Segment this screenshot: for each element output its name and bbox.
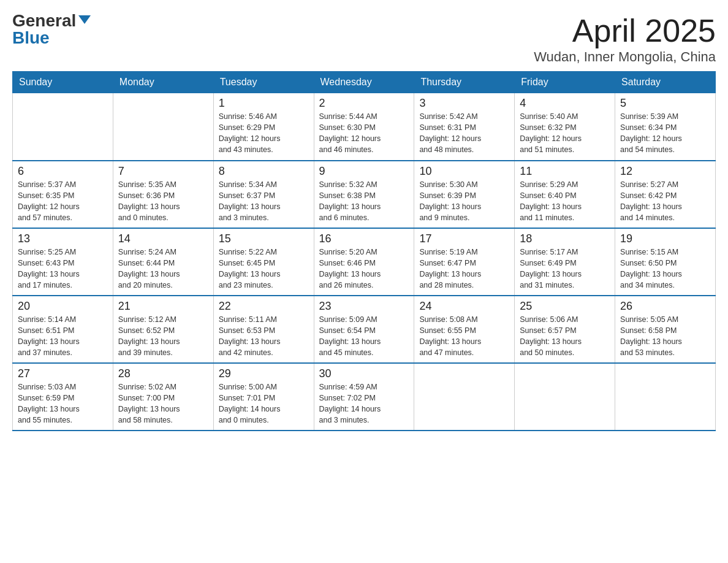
day-number: 21 (118, 300, 208, 313)
calendar-cell: 17Sunrise: 5:19 AM Sunset: 6:47 PM Dayli… (414, 228, 515, 296)
calendar-cell: 20Sunrise: 5:14 AM Sunset: 6:51 PM Dayli… (13, 296, 113, 363)
calendar-week-5: 27Sunrise: 5:03 AM Sunset: 6:59 PM Dayli… (13, 363, 716, 431)
day-info: Sunrise: 5:09 AM Sunset: 6:54 PM Dayligh… (319, 314, 409, 359)
day-number: 16 (319, 232, 409, 245)
calendar-cell: 25Sunrise: 5:06 AM Sunset: 6:57 PM Dayli… (515, 296, 615, 363)
day-number: 22 (219, 300, 309, 313)
logo-general-text: General (12, 12, 76, 29)
day-number: 9 (319, 165, 409, 178)
calendar-week-3: 13Sunrise: 5:25 AM Sunset: 6:43 PM Dayli… (13, 228, 716, 296)
day-number: 1 (219, 97, 309, 110)
day-info: Sunrise: 5:11 AM Sunset: 6:53 PM Dayligh… (219, 314, 309, 359)
weekday-header-row: SundayMondayTuesdayWednesdayThursdayFrid… (13, 72, 716, 93)
day-info: Sunrise: 5:12 AM Sunset: 6:52 PM Dayligh… (118, 314, 208, 359)
calendar-cell (615, 363, 716, 431)
day-number: 5 (620, 97, 710, 110)
day-info: Sunrise: 5:29 AM Sunset: 6:40 PM Dayligh… (520, 179, 610, 224)
day-number: 27 (18, 367, 108, 380)
calendar-cell (13, 93, 113, 161)
day-info: Sunrise: 5:17 AM Sunset: 6:49 PM Dayligh… (520, 247, 610, 291)
day-info: Sunrise: 5:37 AM Sunset: 6:35 PM Dayligh… (18, 179, 108, 224)
calendar-cell: 12Sunrise: 5:27 AM Sunset: 6:42 PM Dayli… (615, 161, 716, 228)
weekday-header-saturday: Saturday (615, 72, 716, 93)
calendar-cell: 11Sunrise: 5:29 AM Sunset: 6:40 PM Dayli… (515, 161, 615, 228)
day-info: Sunrise: 5:24 AM Sunset: 6:44 PM Dayligh… (118, 247, 208, 291)
logo-blue-text: Blue (12, 29, 50, 47)
calendar-cell (515, 363, 615, 431)
day-info: Sunrise: 5:08 AM Sunset: 6:55 PM Dayligh… (419, 314, 509, 359)
weekday-header-sunday: Sunday (13, 72, 113, 93)
calendar-cell: 7Sunrise: 5:35 AM Sunset: 6:36 PM Daylig… (113, 161, 213, 228)
calendar-week-4: 20Sunrise: 5:14 AM Sunset: 6:51 PM Dayli… (13, 296, 716, 363)
calendar-cell: 18Sunrise: 5:17 AM Sunset: 6:49 PM Dayli… (515, 228, 615, 296)
calendar-title: April 2025 (534, 12, 716, 49)
day-info: Sunrise: 5:02 AM Sunset: 7:00 PM Dayligh… (118, 381, 208, 426)
calendar-cell: 27Sunrise: 5:03 AM Sunset: 6:59 PM Dayli… (13, 363, 113, 431)
day-info: Sunrise: 5:14 AM Sunset: 6:51 PM Dayligh… (18, 314, 108, 359)
calendar-cell: 29Sunrise: 5:00 AM Sunset: 7:01 PM Dayli… (213, 363, 314, 431)
calendar-cell: 14Sunrise: 5:24 AM Sunset: 6:44 PM Dayli… (113, 228, 213, 296)
calendar-cell (414, 363, 515, 431)
day-number: 12 (620, 165, 710, 178)
calendar-header: SundayMondayTuesdayWednesdayThursdayFrid… (13, 72, 716, 93)
calendar-cell: 8Sunrise: 5:34 AM Sunset: 6:37 PM Daylig… (213, 161, 314, 228)
day-info: Sunrise: 5:34 AM Sunset: 6:37 PM Dayligh… (219, 179, 309, 224)
day-info: Sunrise: 5:06 AM Sunset: 6:57 PM Dayligh… (520, 314, 610, 359)
day-number: 13 (18, 232, 108, 245)
day-number: 4 (520, 97, 610, 110)
calendar-cell: 3Sunrise: 5:42 AM Sunset: 6:31 PM Daylig… (414, 93, 515, 161)
weekday-header-wednesday: Wednesday (314, 72, 414, 93)
calendar-cell: 28Sunrise: 5:02 AM Sunset: 7:00 PM Dayli… (113, 363, 213, 431)
day-number: 26 (620, 300, 710, 313)
calendar-table: SundayMondayTuesdayWednesdayThursdayFrid… (12, 71, 716, 431)
day-info: Sunrise: 5:30 AM Sunset: 6:39 PM Dayligh… (419, 179, 509, 224)
calendar-body: 1Sunrise: 5:46 AM Sunset: 6:29 PM Daylig… (13, 93, 716, 431)
day-info: Sunrise: 5:27 AM Sunset: 6:42 PM Dayligh… (620, 179, 710, 224)
day-info: Sunrise: 5:35 AM Sunset: 6:36 PM Dayligh… (118, 179, 208, 224)
calendar-cell: 2Sunrise: 5:44 AM Sunset: 6:30 PM Daylig… (314, 93, 414, 161)
calendar-cell: 5Sunrise: 5:39 AM Sunset: 6:34 PM Daylig… (615, 93, 716, 161)
calendar-cell: 13Sunrise: 5:25 AM Sunset: 6:43 PM Dayli… (13, 228, 113, 296)
day-info: Sunrise: 5:19 AM Sunset: 6:47 PM Dayligh… (419, 247, 509, 291)
day-number: 25 (520, 300, 610, 313)
day-info: Sunrise: 5:03 AM Sunset: 6:59 PM Dayligh… (18, 381, 108, 426)
day-info: Sunrise: 5:32 AM Sunset: 6:38 PM Dayligh… (319, 179, 409, 224)
day-number: 6 (18, 165, 108, 178)
weekday-header-tuesday: Tuesday (213, 72, 314, 93)
day-info: Sunrise: 5:44 AM Sunset: 6:30 PM Dayligh… (319, 111, 409, 156)
calendar-cell: 15Sunrise: 5:22 AM Sunset: 6:45 PM Dayli… (213, 228, 314, 296)
day-number: 2 (319, 97, 409, 110)
calendar-cell: 26Sunrise: 5:05 AM Sunset: 6:58 PM Dayli… (615, 296, 716, 363)
calendar-cell (113, 93, 213, 161)
day-info: Sunrise: 5:25 AM Sunset: 6:43 PM Dayligh… (18, 247, 108, 291)
logo-triangle-icon (78, 15, 91, 24)
calendar-cell: 10Sunrise: 5:30 AM Sunset: 6:39 PM Dayli… (414, 161, 515, 228)
page-header: General Blue April 2025 Wudan, Inner Mon… (12, 12, 716, 65)
calendar-week-1: 1Sunrise: 5:46 AM Sunset: 6:29 PM Daylig… (13, 93, 716, 161)
day-info: Sunrise: 5:22 AM Sunset: 6:45 PM Dayligh… (219, 247, 309, 291)
day-number: 10 (419, 165, 509, 178)
day-number: 11 (520, 165, 610, 178)
calendar-week-2: 6Sunrise: 5:37 AM Sunset: 6:35 PM Daylig… (13, 161, 716, 228)
calendar-cell: 21Sunrise: 5:12 AM Sunset: 6:52 PM Dayli… (113, 296, 213, 363)
day-info: Sunrise: 5:00 AM Sunset: 7:01 PM Dayligh… (219, 381, 309, 426)
weekday-header-friday: Friday (515, 72, 615, 93)
calendar-subtitle: Wudan, Inner Mongolia, China (534, 49, 716, 65)
day-info: Sunrise: 5:42 AM Sunset: 6:31 PM Dayligh… (419, 111, 509, 156)
title-block: April 2025 Wudan, Inner Mongolia, China (534, 12, 716, 65)
day-number: 15 (219, 232, 309, 245)
day-info: Sunrise: 5:05 AM Sunset: 6:58 PM Dayligh… (620, 314, 710, 359)
weekday-header-thursday: Thursday (414, 72, 515, 93)
day-number: 18 (520, 232, 610, 245)
day-info: Sunrise: 4:59 AM Sunset: 7:02 PM Dayligh… (319, 381, 409, 426)
day-number: 17 (419, 232, 509, 245)
calendar-cell: 4Sunrise: 5:40 AM Sunset: 6:32 PM Daylig… (515, 93, 615, 161)
day-number: 7 (118, 165, 208, 178)
calendar-cell: 22Sunrise: 5:11 AM Sunset: 6:53 PM Dayli… (213, 296, 314, 363)
day-number: 30 (319, 367, 409, 380)
calendar-cell: 9Sunrise: 5:32 AM Sunset: 6:38 PM Daylig… (314, 161, 414, 228)
calendar-cell: 6Sunrise: 5:37 AM Sunset: 6:35 PM Daylig… (13, 161, 113, 228)
day-info: Sunrise: 5:15 AM Sunset: 6:50 PM Dayligh… (620, 247, 710, 291)
day-number: 23 (319, 300, 409, 313)
day-info: Sunrise: 5:39 AM Sunset: 6:34 PM Dayligh… (620, 111, 710, 156)
